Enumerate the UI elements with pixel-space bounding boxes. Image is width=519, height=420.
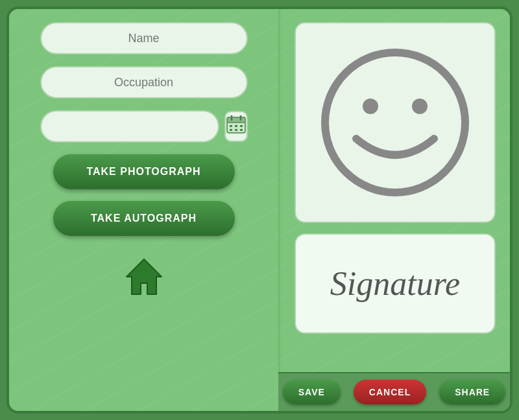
- calendar-icon: [226, 115, 246, 137]
- home-button[interactable]: [121, 254, 167, 302]
- svg-marker-10: [127, 259, 162, 294]
- photo-box: [295, 22, 496, 223]
- share-button[interactable]: SHARE: [439, 380, 505, 404]
- cancel-button[interactable]: CANCEL: [354, 380, 426, 404]
- home-icon: [121, 254, 167, 302]
- svg-rect-4: [230, 125, 232, 127]
- svg-rect-9: [240, 129, 243, 131]
- right-panel: Signature: [278, 9, 510, 411]
- svg-rect-1: [227, 117, 245, 122]
- calendar-button[interactable]: [224, 111, 248, 142]
- take-photograph-button[interactable]: TAKE PHOTOGRAPH: [53, 154, 235, 189]
- svg-point-11: [325, 52, 465, 192]
- svg-point-13: [412, 99, 428, 114]
- occupation-input[interactable]: [40, 66, 248, 99]
- take-autograph-button[interactable]: TAKE AUTOGRAPH: [53, 201, 235, 236]
- name-input[interactable]: [40, 22, 248, 54]
- svg-point-12: [363, 99, 378, 114]
- svg-rect-8: [235, 129, 237, 131]
- date-row: 7/8/2013: [40, 110, 248, 143]
- signature-box: Signature: [295, 233, 496, 334]
- svg-rect-7: [230, 129, 232, 131]
- bottom-bar: SAVE CANCEL SHARE: [278, 372, 510, 411]
- svg-rect-5: [235, 125, 237, 127]
- save-button[interactable]: SAVE: [283, 380, 341, 404]
- main-container: 7/8/2013: [6, 6, 513, 414]
- signature-text: Signature: [330, 264, 460, 303]
- smiley-icon: [317, 45, 473, 200]
- svg-rect-6: [240, 125, 243, 127]
- left-panel: 7/8/2013: [9, 9, 278, 411]
- date-input[interactable]: 7/8/2013: [40, 110, 219, 143]
